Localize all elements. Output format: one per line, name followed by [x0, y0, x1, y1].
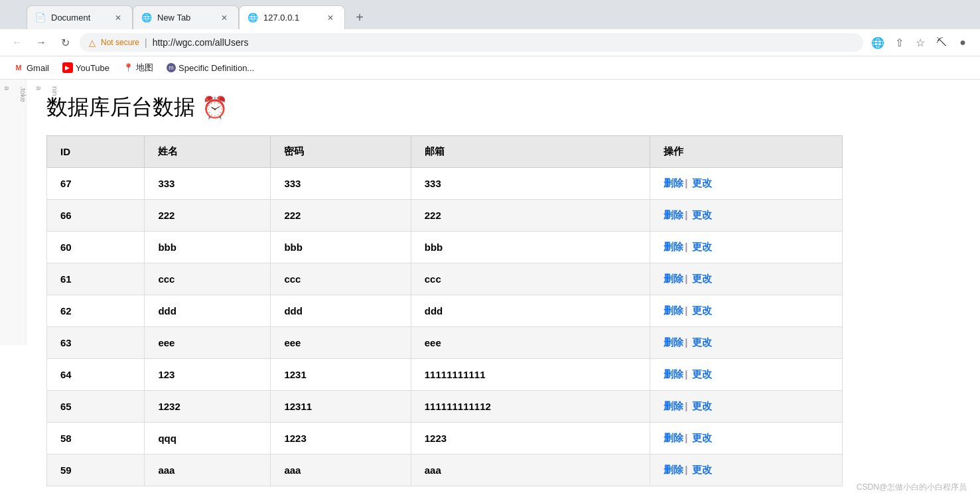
action-separator: | [685, 305, 690, 316]
table-row: 60bbbbbbbbb删除| 更改 [47, 232, 843, 263]
table-cell-id: 65 [47, 391, 145, 423]
delete-link[interactable]: 删除 [664, 432, 683, 443]
table-cell-id: 61 [47, 263, 145, 295]
table-row: 63eeeeeeeee删除| 更改 [47, 327, 843, 359]
forward-button[interactable]: → [32, 33, 50, 52]
col-header-id: ID [47, 136, 145, 168]
delete-link[interactable]: 删除 [664, 273, 683, 284]
share-icon[interactable]: ⇧ [890, 33, 908, 52]
profile-icon[interactable]: ● [953, 33, 972, 52]
table-cell-id: 67 [47, 168, 145, 200]
table-cell-password: ccc [271, 263, 411, 295]
table-cell-id: 66 [47, 200, 145, 232]
delete-link[interactable]: 删除 [664, 464, 683, 475]
tab-newtab-favicon: 🌐 [141, 13, 152, 23]
maps-favicon: 📍 [123, 62, 133, 73]
tab-newtab-close[interactable]: ✕ [218, 12, 230, 24]
tab-document-favicon: 📄 [35, 13, 46, 23]
table-row: 66222222222删除| 更改 [47, 200, 843, 232]
action-separator: | [685, 464, 690, 475]
table-cell-name: ccc [145, 263, 271, 295]
toolbar-icons: 🌐 ⇧ ☆ ⛏ ● [869, 33, 972, 52]
not-secure-label: Not secure [101, 38, 139, 47]
edit-link[interactable]: 更改 [692, 177, 712, 188]
bookmark-gmail[interactable]: M Gmail [8, 60, 54, 76]
url-separator: | [145, 37, 147, 48]
delete-link[interactable]: 删除 [664, 177, 683, 188]
address-bar: ← → ↻ △ Not secure | http://wgc.com/allU… [0, 29, 980, 56]
table-cell-email: 111111111112 [411, 391, 650, 423]
bookmarks-bar: M Gmail ▶ YouTube 📍 地图 m Specific Defini… [0, 56, 980, 80]
table-cell-email: 222 [411, 200, 650, 232]
action-separator: | [685, 209, 690, 220]
tab-document[interactable]: 📄 Document ✕ [27, 5, 133, 29]
edit-link[interactable]: 更改 [692, 241, 712, 252]
delete-link[interactable]: 删除 [664, 336, 683, 348]
tab-document-close[interactable]: ✕ [112, 12, 124, 24]
table-cell-actions: 删除| 更改 [650, 295, 843, 327]
gmail-favicon: M [13, 62, 24, 73]
edit-link[interactable]: 更改 [692, 273, 712, 284]
table-cell-email: ddd [411, 295, 650, 327]
edit-link[interactable]: 更改 [692, 432, 712, 443]
left-panel: nina.tokea [0, 80, 27, 345]
edit-link[interactable]: 更改 [692, 209, 712, 220]
col-header-actions: 操作 [650, 136, 843, 168]
table-cell-password: bbb [271, 232, 411, 263]
table-cell-password: eee [271, 327, 411, 359]
back-button[interactable]: ← [8, 33, 27, 52]
browser-chrome: 📄 Document ✕ 🌐 New Tab ✕ 🌐 127.0.0.1 ✕ +… [0, 0, 980, 80]
table-cell-name: qqq [145, 423, 271, 455]
table-cell-id: 64 [47, 359, 145, 391]
edit-link[interactable]: 更改 [692, 400, 712, 411]
action-separator: | [685, 432, 690, 443]
table-cell-name: 123 [145, 359, 271, 391]
tab-localhost-favicon: 🌐 [247, 13, 258, 23]
specific-favicon: m [167, 63, 176, 72]
left-panel-text: nina.tokea [0, 80, 62, 109]
table-cell-password: 1223 [271, 423, 411, 455]
extension-icon[interactable]: ⛏ [932, 33, 951, 52]
bookmark-maps[interactable]: 📍 地图 [117, 59, 159, 76]
page-title: 数据库后台数据 ⏰ [46, 93, 960, 122]
tab-localhost-title: 127.0.0.1 [263, 13, 319, 23]
edit-link[interactable]: 更改 [692, 368, 712, 380]
table-cell-password: 1231 [271, 359, 411, 391]
translate-icon[interactable]: 🌐 [869, 33, 887, 52]
edit-link[interactable]: 更改 [692, 336, 712, 348]
col-header-email: 邮箱 [411, 136, 650, 168]
delete-link[interactable]: 删除 [664, 305, 683, 316]
bookmark-icon[interactable]: ☆ [911, 33, 930, 52]
delete-link[interactable]: 删除 [664, 400, 683, 411]
edit-link[interactable]: 更改 [692, 464, 712, 475]
table-cell-password: aaa [271, 455, 411, 486]
action-separator: | [685, 400, 690, 411]
delete-link[interactable]: 删除 [664, 368, 683, 380]
table-cell-actions: 删除| 更改 [650, 327, 843, 359]
delete-link[interactable]: 删除 [664, 209, 683, 220]
table-cell-password: 333 [271, 168, 411, 200]
reload-button[interactable]: ↻ [56, 33, 74, 52]
table-cell-id: 60 [47, 232, 145, 263]
table-cell-name: 222 [145, 200, 271, 232]
new-tab-button[interactable]: + [348, 5, 372, 29]
url-bar[interactable]: △ Not secure | http://wgc.com/allUsers [80, 33, 863, 52]
tab-bar: 📄 Document ✕ 🌐 New Tab ✕ 🌐 127.0.0.1 ✕ + [0, 0, 980, 29]
bookmark-specific[interactable]: m Specific Definition... [161, 60, 259, 76]
col-header-password: 密码 [271, 136, 411, 168]
lock-icon: △ [89, 38, 96, 48]
table-cell-email: ccc [411, 263, 650, 295]
bookmark-youtube[interactable]: ▶ YouTube [57, 60, 115, 76]
action-separator: | [685, 336, 690, 348]
edit-link[interactable]: 更改 [692, 305, 712, 316]
table-row: 58qqq12231223删除| 更改 [47, 423, 843, 455]
action-separator: | [685, 177, 690, 188]
tab-localhost[interactable]: 🌐 127.0.0.1 ✕ [239, 5, 345, 29]
table-cell-email: aaa [411, 455, 650, 486]
table-cell-name: 333 [145, 168, 271, 200]
tab-newtab[interactable]: 🌐 New Tab ✕ [133, 5, 239, 29]
table-row: 62ddddddddd删除| 更改 [47, 295, 843, 327]
table-row: 67333333333删除| 更改 [47, 168, 843, 200]
delete-link[interactable]: 删除 [664, 241, 683, 252]
tab-localhost-close[interactable]: ✕ [324, 12, 336, 24]
